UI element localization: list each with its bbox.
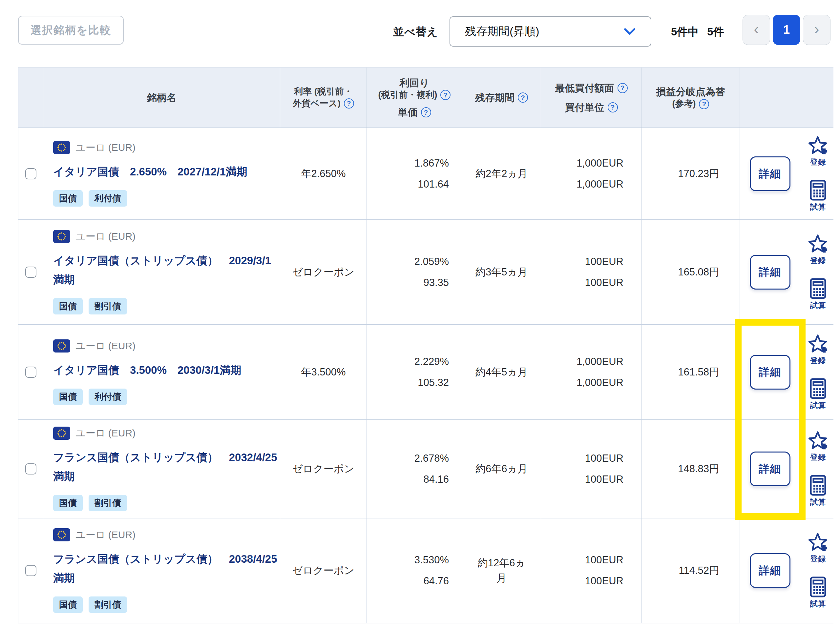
yield-value: 2.059% (415, 256, 449, 267)
detail-button[interactable]: 詳細 (750, 451, 790, 486)
action-icons: 登録 試算 (807, 431, 829, 507)
bond-name-link[interactable]: フランス国債（ストリップス債） 2032/4/25満期 (53, 448, 280, 486)
register-favorite-button[interactable]: 登録 (807, 431, 829, 462)
estimate-button[interactable]: 試算 (809, 278, 826, 311)
eu-flag-icon (53, 339, 70, 353)
estimate-button[interactable]: 試算 (809, 180, 826, 212)
breakeven-value: 161.58円 (678, 365, 719, 379)
detail-button[interactable]: 詳細 (750, 156, 790, 191)
bond-search-results-page: 選択銘柄を比較 並べ替え 残存期間(昇順) 5件中 5件 ‹ 1 › 銘柄名 利… (0, 0, 840, 625)
calculator-icon (809, 180, 826, 201)
chevron-left-icon: ‹ (754, 21, 759, 36)
purchase-unit-value: 100EUR (585, 575, 623, 587)
header-breakeven: 損益分岐点為替 (参考)? (642, 68, 740, 127)
eu-flag-icon (53, 427, 70, 440)
estimate-button[interactable]: 試算 (809, 577, 826, 609)
remaining-value: 約4年5ヵ月 (475, 365, 528, 380)
star-plus-icon (807, 135, 829, 156)
bond-name-link[interactable]: イタリア国債 3.500% 2030/3/1満期 (53, 361, 241, 380)
page-1-button[interactable]: 1 (773, 15, 800, 45)
unit-price-value: 105.32 (418, 377, 449, 389)
tag-list: 国債 利付債 (53, 389, 127, 405)
help-icon[interactable]: ? (608, 102, 618, 112)
bond-name-link[interactable]: イタリア国債 2.650% 2027/12/1満期 (53, 162, 248, 181)
calculator-icon (809, 475, 826, 496)
header-min-face: 最低買付額面? 買付単位? (541, 68, 642, 127)
tag-coupon-type: 割引債 (89, 298, 127, 314)
action-icons: 登録 試算 (807, 532, 829, 609)
bond-name-link[interactable]: フランス国債（ストリップス債） 2038/4/25満期 (53, 550, 280, 588)
star-plus-icon (807, 234, 829, 254)
remaining-value: 約2年2ヵ月 (475, 166, 528, 182)
purchase-unit-value: 1,000EUR (577, 377, 623, 389)
tag-bond-type: 国債 (53, 495, 83, 511)
rate-value: 年2.650% (301, 167, 346, 181)
detail-button[interactable]: 詳細 (750, 553, 790, 588)
help-icon[interactable]: ? (344, 98, 354, 109)
calculator-icon (809, 378, 826, 399)
remaining-value: 約6年6ヵ月 (475, 461, 528, 477)
help-icon[interactable]: ? (518, 92, 528, 103)
action-icons: 登録 試算 (807, 135, 829, 212)
help-icon[interactable]: ? (421, 107, 431, 117)
row-checkbox[interactable] (25, 565, 36, 576)
prev-page-button[interactable]: ‹ (743, 15, 770, 45)
compare-selected-button[interactable]: 選択銘柄を比較 (18, 16, 124, 45)
tag-list: 国債 利付債 (53, 190, 127, 207)
detail-button[interactable]: 詳細 (750, 255, 790, 289)
register-favorite-button[interactable]: 登録 (807, 532, 829, 564)
table-row: ユーロ (EUR) イタリア国債（ストリップス債） 2029/3/1満期 国債 … (19, 220, 834, 325)
min-face-value: 1,000EUR (577, 356, 623, 368)
help-icon[interactable]: ? (617, 83, 628, 93)
register-favorite-button[interactable]: 登録 (807, 234, 829, 266)
header-remaining: 残存期間? (462, 68, 541, 127)
count-shown: 5件 (707, 25, 724, 39)
tag-coupon-type: 割引債 (89, 495, 127, 511)
star-plus-icon (807, 532, 829, 552)
detail-button[interactable]: 詳細 (750, 355, 790, 390)
eu-flag-icon (53, 528, 70, 541)
estimate-button[interactable]: 試算 (809, 378, 826, 410)
row-checkbox[interactable] (25, 367, 36, 378)
row-checkbox[interactable] (25, 168, 36, 179)
pagination: ‹ 1 › (743, 15, 831, 45)
tag-bond-type: 国債 (53, 389, 83, 405)
bond-name-link[interactable]: イタリア国債（ストリップス債） 2029/3/1満期 (53, 251, 280, 289)
unit-price-value: 101.64 (418, 179, 449, 190)
purchase-unit-value: 100EUR (585, 474, 623, 485)
tag-coupon-type: 利付債 (89, 389, 127, 405)
breakeven-value: 148.83円 (678, 462, 719, 476)
yield-value: 3.530% (415, 554, 449, 566)
register-favorite-button[interactable]: 登録 (807, 135, 829, 167)
header-actions (740, 68, 834, 127)
sort-select[interactable]: 残存期間(昇順) (450, 16, 651, 47)
next-page-button[interactable]: › (803, 15, 831, 45)
unit-price-value: 64.76 (423, 575, 449, 587)
unit-price-value: 84.16 (423, 474, 449, 485)
yield-value: 2.229% (415, 356, 449, 368)
table-row: ユーロ (EUR) イタリア国債 3.500% 2030/3/1満期 国債 利付… (19, 325, 834, 420)
tag-coupon-type: 利付債 (89, 190, 127, 207)
register-favorite-button[interactable]: 登録 (807, 334, 829, 365)
header-checkbox-column (19, 68, 43, 127)
count-total: 5件中 (671, 25, 698, 39)
header-name: 銘柄名 (43, 68, 280, 127)
row-checkbox[interactable] (25, 463, 36, 474)
row-checkbox[interactable] (25, 267, 36, 278)
eu-flag-icon (53, 141, 70, 154)
rate-value: ゼロクーポン (292, 462, 355, 476)
unit-price-value: 93.35 (423, 277, 449, 289)
eu-flag-icon (53, 230, 70, 243)
help-icon[interactable]: ? (440, 90, 450, 100)
breakeven-value: 170.23円 (678, 167, 719, 181)
bond-table: 銘柄名 利率 (税引前・ 外貨ベース)? 利回り (税引前・複利)? 単価? 残… (18, 67, 834, 623)
sort-select-value: 残存期間(昇順) (465, 24, 539, 39)
min-face-value: 100EUR (585, 256, 623, 267)
chevron-down-icon (624, 28, 636, 35)
help-icon[interactable]: ? (699, 99, 709, 109)
tag-coupon-type: 割引債 (89, 597, 127, 613)
action-icons: 登録 試算 (807, 234, 829, 311)
calculator-icon (809, 278, 826, 299)
table-row: ユーロ (EUR) イタリア国債 2.650% 2027/12/1満期 国債 利… (19, 128, 834, 220)
estimate-button[interactable]: 試算 (809, 475, 826, 507)
